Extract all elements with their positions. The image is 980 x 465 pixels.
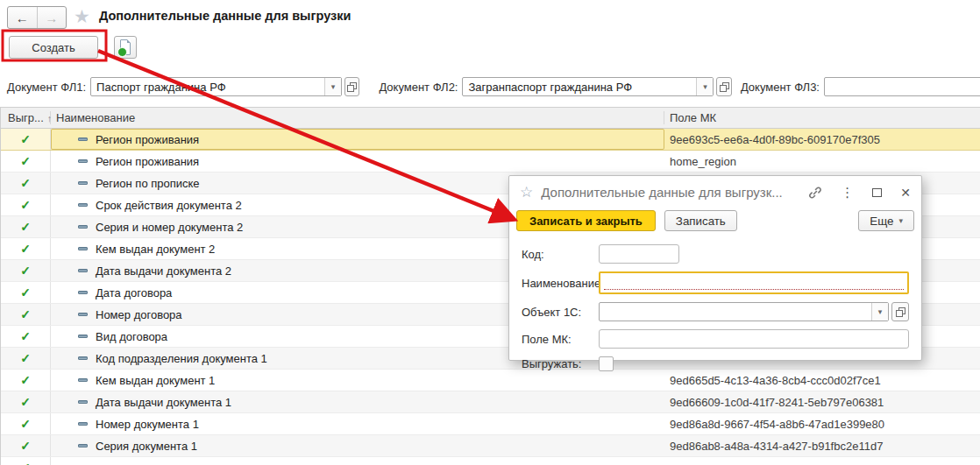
name-cell: Кем выдан документ 1 xyxy=(51,370,664,391)
filter-label-fl3: Документ ФЛ3: xyxy=(741,81,820,94)
dropdown-button-fl1[interactable]: ▾ xyxy=(324,78,341,95)
check-icon: ✓ xyxy=(20,285,31,299)
row-mk-value: 9ed66609-1c0d-41f7-8241-5eb797e06381 xyxy=(670,396,884,409)
export-checkbox[interactable] xyxy=(599,356,614,371)
row-name: Срок действия документа 2 xyxy=(96,199,242,212)
column-header-name[interactable]: Наименование xyxy=(51,111,664,124)
field-label-export: Выгружать: xyxy=(522,357,599,370)
mk-field-input[interactable] xyxy=(599,329,909,349)
row-mk-value: 9ee693c5-ee6a-4d0f-89bc-609170e7f305 xyxy=(670,133,880,146)
table-row[interactable]: ✓ Номер документа 1 9ed86a8d-9667-4f54-a… xyxy=(1,413,980,435)
check-icon: ✓ xyxy=(20,461,31,465)
row-name: Номер договора xyxy=(96,308,182,321)
filter-label-fl1: Документ ФЛ1: xyxy=(7,81,86,94)
table-row[interactable]: ✓ xyxy=(1,457,980,465)
filter-row: Документ ФЛ1: ▾ Документ ФЛ2: ▾ Документ… xyxy=(0,75,980,98)
save-button[interactable]: Записать xyxy=(664,210,737,231)
filter-input-fl2[interactable] xyxy=(463,78,696,95)
choose-icon xyxy=(720,82,729,92)
choose-button-fl1[interactable] xyxy=(344,77,359,96)
name-cell: Регион проживания xyxy=(51,151,664,172)
forward-button[interactable]: → xyxy=(38,7,67,28)
export-flag-cell: ✓ xyxy=(1,129,51,150)
export-flag-cell: ✓ xyxy=(1,391,51,412)
mk-cell xyxy=(664,457,980,465)
row-name: Регион по прописке xyxy=(96,177,200,190)
name-cell: Регион проживания xyxy=(51,129,664,150)
check-icon: ✓ xyxy=(20,176,31,190)
item-marker-icon xyxy=(78,137,88,141)
copy-document-icon xyxy=(120,39,131,55)
item-marker-icon xyxy=(78,181,88,185)
mk-cell: 9ed86ab8-a48a-4314-a427-b91fbc2e11d7 xyxy=(664,435,980,456)
create-button[interactable]: Создать xyxy=(9,36,98,59)
check-icon: ✓ xyxy=(20,307,31,321)
object1c-choose-button[interactable] xyxy=(891,302,909,321)
row-name: Регион проживания xyxy=(96,155,199,168)
check-icon: ✓ xyxy=(20,154,31,168)
row-name: Вид договора xyxy=(96,330,167,343)
row-name: Дата выдачи документа 1 xyxy=(96,396,231,409)
table-header: Выгр... ↑ Наименование Поле МК xyxy=(1,107,980,129)
dialog-fields: Код: Наименование: Объект 1С: ▾ Поле МК:… xyxy=(509,231,921,371)
object1c-combo: ▾ xyxy=(599,302,889,321)
export-flag-cell: ✓ xyxy=(1,216,51,237)
column-header-export[interactable]: Выгр... ↑ xyxy=(1,111,51,124)
back-button[interactable]: ← xyxy=(8,7,38,28)
row-mk-value: 9ed86ab8-a48a-4314-a427-b91fbc2e11d7 xyxy=(670,440,883,453)
check-icon: ✓ xyxy=(20,395,31,409)
table-row[interactable]: ✓ Кем выдан документ 1 9ed665d5-4c13-4a3… xyxy=(1,370,980,391)
table-row[interactable]: ✓ Регион проживания home_region xyxy=(1,151,980,173)
more-button-label: Еще xyxy=(870,215,893,228)
name-input[interactable] xyxy=(600,273,907,292)
field-label-code: Код: xyxy=(522,248,599,261)
item-marker-icon xyxy=(78,422,88,426)
item-marker-icon xyxy=(78,335,88,338)
maximize-icon[interactable] xyxy=(872,188,882,197)
check-icon: ✓ xyxy=(20,439,31,453)
item-marker-icon xyxy=(78,269,88,272)
row-name: Кем выдан документ 1 xyxy=(96,374,215,387)
table-row[interactable]: ✓ Дата выдачи документа 1 9ed66609-1c0d-… xyxy=(1,391,980,413)
object1c-dropdown-button[interactable]: ▾ xyxy=(871,303,888,321)
code-input[interactable] xyxy=(599,244,679,264)
check-icon: ✓ xyxy=(20,351,31,365)
save-and-close-button[interactable]: Записать и закрыть xyxy=(516,210,656,231)
choose-button-fl2[interactable] xyxy=(716,77,731,96)
back-icon: ← xyxy=(16,11,29,25)
export-flag-cell: ✓ xyxy=(1,173,51,194)
filter-input-fl1[interactable] xyxy=(91,78,324,95)
mk-cell: 9ed66609-1c0d-41f7-8241-5eb797e06381 xyxy=(664,391,980,412)
check-icon: ✓ xyxy=(20,132,31,146)
favorite-star-icon[interactable]: ★ xyxy=(74,5,90,28)
table-row[interactable]: ✓ Серия документа 1 9ed86ab8-a48a-4314-a… xyxy=(1,435,980,457)
dialog-favorite-star-icon[interactable]: ☆ xyxy=(520,183,533,201)
check-icon: ✓ xyxy=(20,417,31,431)
row-name: Дата договора xyxy=(96,286,172,299)
export-flag-cell: ✓ xyxy=(1,326,51,347)
name-cell: Дата выдачи документа 1 xyxy=(51,391,664,412)
item-marker-icon xyxy=(78,444,88,447)
item-marker-icon xyxy=(78,400,88,404)
export-flag-cell: ✓ xyxy=(1,260,51,281)
export-flag-cell: ✓ xyxy=(1,413,51,434)
name-cell: Номер документа 1 xyxy=(51,413,664,434)
field-label-object1c: Объект 1С: xyxy=(522,306,599,319)
filter-input-fl3[interactable] xyxy=(824,77,980,96)
column-header-mk[interactable]: Поле МК xyxy=(664,111,980,124)
chevron-down-icon: ▾ xyxy=(703,82,707,91)
row-name: Код подразделения документа 1 xyxy=(96,352,267,365)
element-form-dialog: ☆ Дополнительные данные для выгрузк... ⋮… xyxy=(508,175,922,361)
row-name: Серия и номер документа 2 xyxy=(96,221,243,234)
object1c-input[interactable] xyxy=(600,303,871,321)
export-flag-cell: ✓ xyxy=(1,348,51,369)
link-icon[interactable] xyxy=(808,186,822,200)
choose-icon xyxy=(347,82,357,92)
table-row[interactable]: ✓ Регион проживания 9ee693c5-ee6a-4d0f-8… xyxy=(1,129,980,151)
close-icon[interactable]: ✕ xyxy=(900,186,911,200)
dialog-button-row: Записать и закрыть Записать Еще ▾ xyxy=(509,208,921,231)
create-by-copy-button[interactable] xyxy=(114,36,137,59)
more-menu-icon[interactable]: ⋮ xyxy=(841,185,854,201)
more-button[interactable]: Еще ▾ xyxy=(858,210,914,231)
dropdown-button-fl2[interactable]: ▾ xyxy=(696,78,713,95)
